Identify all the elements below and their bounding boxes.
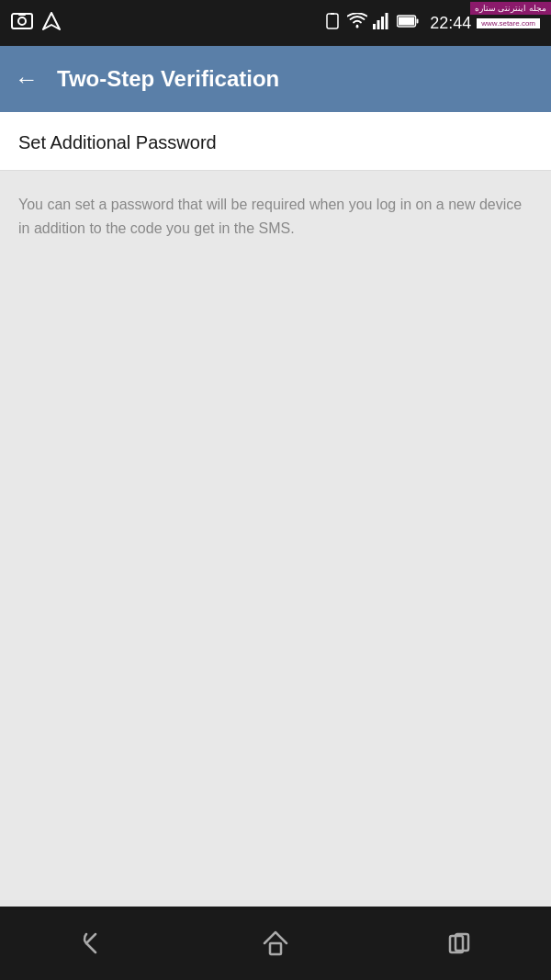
svg-point-1	[18, 17, 26, 25]
nav-back-button[interactable]	[75, 927, 108, 960]
watermark-sub-text: www.setare.com	[477, 18, 540, 28]
svg-point-6	[356, 26, 359, 28]
content-area: Set Additional Password	[0, 112, 551, 171]
signal-icon	[373, 13, 391, 33]
location-icon	[42, 12, 61, 34]
status-bar: 22:44 مجله اينترنتی ستاره www.setare.com	[0, 0, 551, 46]
rotate-icon	[323, 12, 342, 34]
status-bar-left	[11, 12, 61, 34]
svg-rect-12	[399, 17, 414, 26]
wifi-icon	[347, 13, 367, 33]
photo-icon	[11, 12, 33, 34]
section-title: Set Additional Password	[0, 112, 551, 171]
app-bar: ← Two-Step Verification	[0, 46, 551, 112]
svg-rect-0	[12, 14, 32, 28]
status-time: 22:44	[430, 14, 471, 33]
battery-icon	[397, 15, 419, 31]
watermark-text: مجله اينترنتی ستاره	[470, 2, 551, 15]
svg-marker-3	[43, 13, 60, 29]
svg-rect-13	[417, 19, 419, 24]
svg-rect-8	[377, 20, 380, 29]
svg-rect-4	[327, 14, 338, 28]
nav-bar	[0, 907, 551, 980]
nav-home-button[interactable]	[259, 927, 292, 960]
svg-rect-2	[18, 13, 26, 16]
description-area: You can set a password that will be requ…	[0, 171, 551, 907]
status-bar-right: 22:44 مجله اينترنتی ستاره www.setare.com	[323, 12, 540, 34]
svg-rect-14	[270, 943, 281, 954]
svg-rect-7	[373, 24, 376, 29]
svg-rect-9	[381, 17, 384, 29]
nav-recent-button[interactable]	[443, 927, 476, 960]
svg-rect-10	[386, 13, 388, 29]
app-bar-title: Two-Step Verification	[57, 66, 279, 92]
back-button[interactable]: ←	[15, 67, 39, 91]
description-text: You can set a password that will be requ…	[18, 193, 533, 240]
